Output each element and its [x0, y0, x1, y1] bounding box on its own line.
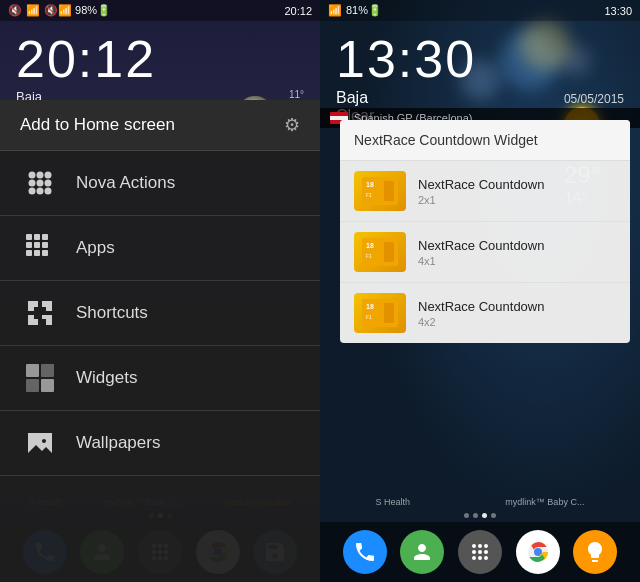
widget-size-3: 4x2	[418, 316, 544, 328]
svg-text:18: 18	[366, 181, 374, 188]
right-location: Baja	[336, 89, 374, 107]
widget-info-1: NextRace Countdown 2x1	[418, 177, 544, 206]
right-dot-1	[464, 513, 469, 518]
widget-size-2: 4x1	[418, 255, 544, 267]
svg-rect-44	[384, 303, 394, 323]
right-dock-phone-icon[interactable]	[343, 530, 387, 574]
right-status-bar: 📶 81%🔋 13:30	[320, 0, 640, 21]
right-battery: 81%🔋	[346, 4, 382, 17]
nova-actions-icon	[20, 163, 60, 203]
svg-rect-9	[26, 234, 32, 240]
menu-item-apps[interactable]: Apps	[0, 216, 320, 281]
svg-point-46	[478, 544, 482, 548]
signal-icon: 📶	[26, 4, 40, 17]
menu-item-wallpapers[interactable]: Wallpapers	[0, 411, 320, 476]
right-dot-2	[473, 513, 478, 518]
svg-point-53	[484, 556, 488, 560]
widget-thumb-2: 18 F1	[354, 232, 406, 272]
battery-percent: 🔇📶 98%🔋	[44, 4, 111, 17]
svg-point-1	[37, 172, 44, 179]
svg-rect-14	[42, 242, 48, 248]
right-dock-contacts-icon[interactable]	[400, 530, 444, 574]
svg-rect-19	[41, 364, 54, 377]
svg-rect-17	[42, 250, 48, 256]
widget-name-2: NextRace Countdown	[418, 238, 544, 253]
menu-item-shortcuts[interactable]: Shortcuts	[0, 281, 320, 346]
right-panel: 📶 81%🔋 13:30 13:30 Baja Clear 05/05/2015…	[320, 0, 640, 582]
svg-text:F1: F1	[366, 253, 372, 259]
svg-point-3	[29, 180, 36, 187]
svg-text:F1: F1	[366, 314, 372, 320]
svg-point-5	[45, 180, 52, 187]
svg-point-7	[37, 188, 44, 195]
svg-point-8	[45, 188, 52, 195]
wallpapers-icon	[20, 423, 60, 463]
menu-item-nova-actions[interactable]: Nova Actions	[0, 151, 320, 216]
svg-point-47	[484, 544, 488, 548]
svg-rect-40	[384, 242, 394, 262]
right-dock-label-mydlink: mydlink™ Baby C...	[505, 497, 584, 507]
shortcuts-label: Shortcuts	[76, 303, 148, 323]
svg-point-51	[472, 556, 476, 560]
svg-rect-12	[26, 242, 32, 248]
right-dock-bar	[320, 522, 640, 582]
widget-row-2x1[interactable]: 18 F1 NextRace Countdown 2x1	[340, 161, 630, 222]
widget-popup-title: NextRace Countdown Widget	[340, 120, 630, 161]
right-signal-icon: 📶	[328, 4, 342, 17]
menu-item-widgets[interactable]: Widgets	[0, 346, 320, 411]
svg-text:F1: F1	[366, 192, 372, 198]
add-to-home-menu: Add to Home screen ⚙ Nova Actions	[0, 100, 320, 582]
svg-point-0	[29, 172, 36, 179]
widgets-icon	[20, 358, 60, 398]
left-status-bar: 🔇 📶 🔇📶 98%🔋 20:12	[0, 0, 320, 21]
right-dock-dots	[320, 509, 640, 522]
svg-point-4	[37, 180, 44, 187]
right-dock-chrome-icon[interactable]	[516, 530, 560, 574]
widgets-label: Widgets	[76, 368, 137, 388]
settings-icon[interactable]: ⚙	[284, 114, 300, 136]
apps-icon	[20, 228, 60, 268]
widget-size-1: 2x1	[418, 194, 544, 206]
svg-point-50	[484, 550, 488, 554]
right-date: 05/05/2015	[564, 92, 624, 106]
widget-info-3: NextRace Countdown 4x2	[418, 299, 544, 328]
left-time-display: 20:12	[16, 33, 304, 85]
right-time-display: 13:30	[336, 33, 624, 85]
shortcuts-icon	[20, 293, 60, 333]
svg-rect-13	[34, 242, 40, 248]
left-temp-high: 11°	[281, 89, 304, 100]
right-dock-apps-icon[interactable]	[458, 530, 502, 574]
svg-point-48	[472, 550, 476, 554]
widget-row-4x2[interactable]: 18 F1 NextRace Countdown 4x2	[340, 283, 630, 343]
right-status-time: 13:30	[604, 5, 632, 17]
apps-label: Apps	[76, 238, 115, 258]
widget-thumb-1: 18 F1	[354, 171, 406, 211]
svg-rect-36	[384, 181, 394, 201]
svg-rect-20	[26, 379, 39, 392]
widget-name-3: NextRace Countdown	[418, 299, 544, 314]
right-dock-labels: S Health mydlink™ Baby C...	[320, 495, 640, 509]
menu-header: Add to Home screen ⚙	[0, 100, 320, 151]
svg-text:18: 18	[366, 242, 374, 249]
right-dock-lightbulb-icon[interactable]	[573, 530, 617, 574]
svg-point-52	[478, 556, 482, 560]
mute-icon: 🔇	[8, 4, 22, 17]
right-dock: S Health mydlink™ Baby C...	[320, 495, 640, 582]
svg-point-49	[478, 550, 482, 554]
right-dock-label-shealth: S Health	[376, 497, 411, 507]
widget-popup: NextRace Countdown Widget 18 F1 NextRace…	[340, 120, 630, 343]
svg-point-2	[45, 172, 52, 179]
svg-point-6	[29, 188, 36, 195]
menu-title: Add to Home screen	[20, 115, 175, 135]
svg-text:18: 18	[366, 303, 374, 310]
svg-point-45	[472, 544, 476, 548]
widget-info-2: NextRace Countdown 4x1	[418, 238, 544, 267]
nova-actions-label: Nova Actions	[76, 173, 175, 193]
widget-row-4x1[interactable]: 18 F1 NextRace Countdown 4x1	[340, 222, 630, 283]
svg-rect-15	[26, 250, 32, 256]
right-dot-3	[482, 513, 487, 518]
left-status-time: 20:12	[284, 5, 312, 17]
wallpapers-label: Wallpapers	[76, 433, 160, 453]
left-panel: 🔇 📶 🔇📶 98%🔋 20:12 20:12 Baja Clear 03/03…	[0, 0, 320, 582]
svg-rect-21	[41, 379, 54, 392]
